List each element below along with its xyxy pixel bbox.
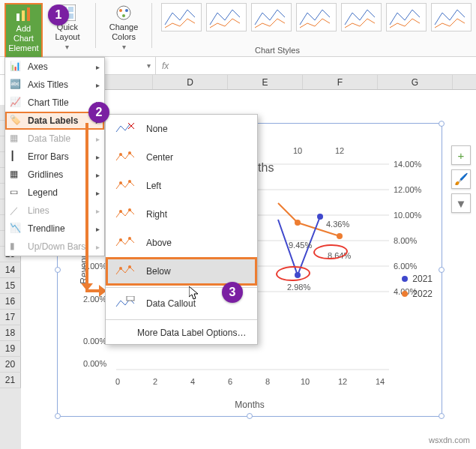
svg-text:0: 0	[115, 377, 120, 386]
svg-point-42	[317, 214, 323, 220]
label-right-icon	[115, 206, 136, 223]
col-head-f[interactable]: F	[303, 75, 378, 89]
label-left-icon	[115, 178, 136, 194]
sub-item-label: Below	[146, 266, 171, 277]
menu-item-gridlines[interactable]: ▦Gridlines▸	[5, 166, 104, 184]
menu-item-axis-titles[interactable]: 🔤Axis Titles▸	[5, 76, 104, 94]
name-box[interactable]: ▾	[96, 57, 156, 74]
svg-text:14: 14	[376, 377, 385, 386]
style-thumb[interactable]	[206, 3, 247, 31]
svg-rect-6	[68, 7, 73, 12]
svg-text:6: 6	[228, 377, 232, 386]
label-none-icon	[115, 121, 136, 137]
svg-text:12: 12	[338, 377, 347, 386]
chart-styles-gallery[interactable]	[161, 3, 472, 31]
row-head[interactable]: 14	[0, 262, 21, 278]
style-thumb[interactable]	[341, 3, 382, 31]
svg-point-52	[128, 180, 131, 183]
svg-point-58	[128, 265, 131, 268]
sub-item-left[interactable]: Left	[106, 172, 257, 200]
svg-text:4: 4	[190, 377, 195, 386]
row-head[interactable]: 15	[0, 278, 21, 294]
add-chart-element-label: Add Chart Element	[7, 24, 40, 53]
sub-item-more-options[interactable]: More Data Label Options…	[106, 322, 257, 344]
svg-point-9	[119, 9, 122, 12]
menu-item-data-table: ▦Data Table▸	[5, 130, 104, 148]
cursor-icon	[189, 286, 198, 300]
menu-item-trendline[interactable]: 📉Trendline▸	[5, 220, 104, 238]
style-thumb[interactable]	[251, 3, 292, 31]
data-labels-submenu: None Center Left Right Above Below Data …	[105, 114, 258, 345]
sub-item-label: Right	[146, 209, 167, 220]
sub-item-above[interactable]: Above	[106, 229, 257, 257]
svg-text:0.00%: 0.00%	[83, 359, 106, 368]
svg-rect-1	[16, 13, 19, 21]
svg-point-40	[337, 233, 343, 239]
sub-item-none[interactable]: None	[106, 115, 257, 143]
svg-text:10: 10	[293, 146, 302, 155]
label-callout-icon	[115, 295, 136, 312]
svg-rect-59	[127, 296, 134, 301]
sub-item-label: Left	[146, 181, 161, 191]
chart-styles-label: Chart Styles	[255, 46, 300, 55]
col-head-e[interactable]: E	[228, 75, 303, 89]
svg-text:8.00%: 8.00%	[394, 236, 417, 245]
fx-icon[interactable]: fx	[162, 61, 169, 71]
menu-item-axes[interactable]: 📊Axes▸	[5, 58, 104, 76]
watermark: wsxdn.com	[429, 436, 470, 445]
svg-point-11	[122, 14, 125, 17]
label-below-icon	[115, 263, 136, 280]
sub-item-label: Above	[146, 238, 172, 248]
chart-filter-button[interactable]: ▼	[451, 193, 471, 213]
svg-point-10	[125, 9, 128, 12]
chevron-down-icon[interactable]: ▾	[147, 61, 151, 70]
svg-text:8: 8	[265, 377, 270, 386]
sub-item-right[interactable]: Right	[106, 200, 257, 229]
svg-point-56	[128, 237, 131, 240]
menu-item-lines: ／Lines▸	[5, 202, 104, 220]
row-head[interactable]: 21	[0, 373, 21, 388]
row-head[interactable]: 17	[0, 310, 21, 325]
col-head-d[interactable]: D	[153, 75, 228, 89]
svg-text:10.00%: 10.00%	[394, 211, 422, 220]
sub-item-center[interactable]: Center	[106, 143, 257, 172]
legend-item-label: 2021	[412, 274, 433, 284]
annotation-badge-2: 2	[88, 102, 109, 123]
svg-text:10: 10	[301, 377, 310, 386]
row-head[interactable]: 20	[0, 357, 21, 373]
menu-item-legend[interactable]: ▭Legend▸	[5, 184, 104, 202]
svg-point-54	[128, 208, 131, 211]
annotation-badge-1: 1	[48, 4, 69, 25]
change-colors-icon	[115, 4, 132, 21]
change-colors-button[interactable]: Change Colors ▾	[105, 3, 142, 53]
svg-text:0.00%: 0.00%	[83, 337, 106, 346]
chart-brush-button[interactable]: 🖌️	[451, 169, 471, 189]
row-head[interactable]: 16	[0, 294, 21, 310]
style-thumb[interactable]	[296, 3, 337, 31]
svg-text:2: 2	[153, 377, 157, 386]
svg-point-39	[295, 220, 301, 226]
style-thumb[interactable]	[161, 3, 202, 31]
col-head-g[interactable]: G	[378, 75, 453, 89]
menu-item-error-bars[interactable]: ┃Error Bars▸	[5, 148, 104, 166]
change-colors-label: Change Colors	[109, 22, 139, 42]
svg-text:12.00%: 12.00%	[394, 185, 422, 194]
svg-point-55	[119, 238, 122, 241]
sub-item-label: Data Callout	[146, 298, 196, 309]
style-thumb[interactable]	[431, 3, 472, 31]
svg-point-50	[128, 151, 131, 154]
annotation-arrow	[85, 289, 105, 292]
annotation-arrow	[85, 123, 88, 289]
chart-legend[interactable]: 2021 2022	[402, 274, 433, 304]
sub-item-label: None	[146, 124, 168, 134]
svg-text:12: 12	[335, 146, 344, 155]
chart-plus-button[interactable]: +	[451, 145, 471, 165]
style-thumb[interactable]	[386, 3, 427, 31]
label-above-icon	[115, 235, 136, 251]
svg-rect-2	[22, 10, 25, 21]
menu-item-up-down-bars: ▮Up/Down Bars▸	[5, 238, 104, 256]
svg-point-53	[119, 210, 122, 213]
row-head[interactable]: 19	[0, 341, 21, 357]
x-axis-label: Months	[235, 400, 264, 410]
row-head[interactable]: 18	[0, 325, 21, 341]
